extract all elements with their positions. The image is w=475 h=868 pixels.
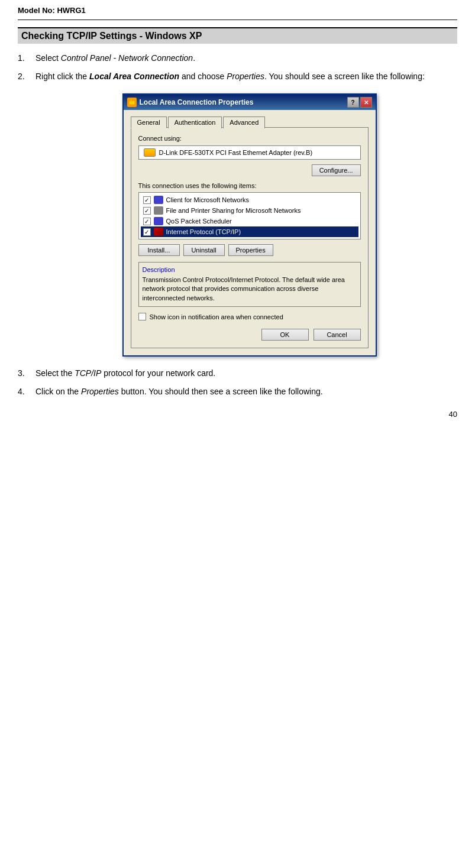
install-button[interactable]: Install... bbox=[138, 244, 180, 256]
description-label: Description bbox=[143, 266, 357, 273]
icon-tcpip bbox=[154, 228, 163, 236]
list-item-qos: QoS Packet Scheduler bbox=[141, 216, 358, 226]
configure-row: Configure... bbox=[138, 164, 361, 176]
step-2-number: 2. bbox=[18, 70, 35, 83]
description-text: Transmission Control Protocol/Internet P… bbox=[143, 276, 357, 303]
close-button[interactable]: ✕ bbox=[360, 97, 372, 108]
tab-advanced[interactable]: Advanced bbox=[223, 116, 265, 128]
dialog-title-icon bbox=[127, 98, 137, 107]
notification-label: Show icon in notification area when conn… bbox=[150, 313, 283, 320]
cancel-button[interactable]: Cancel bbox=[314, 329, 361, 341]
properties-button[interactable]: Properties bbox=[228, 244, 273, 256]
checkbox-file-sharing[interactable] bbox=[143, 207, 151, 215]
list-item-tcpip: Internet Protocol (TCP/IP) bbox=[141, 226, 358, 237]
notification-checkbox[interactable] bbox=[138, 313, 146, 320]
step-3: 3. Select the TCP/IP protocol for your n… bbox=[18, 367, 457, 380]
step-4-number: 4. bbox=[18, 386, 35, 398]
description-box: Description Transmission Control Protoco… bbox=[138, 262, 361, 307]
checkbox-qos[interactable] bbox=[143, 218, 151, 225]
item-label-tcpip: Internet Protocol (TCP/IP) bbox=[166, 228, 241, 235]
adapter-icon bbox=[144, 148, 156, 157]
list-item-client: Client for Microsoft Networks bbox=[141, 195, 358, 205]
install-row: Install... Uninstall Properties bbox=[138, 244, 361, 256]
notification-row: Show icon in notification area when conn… bbox=[138, 313, 361, 320]
dialog-screenshot: Local Area Connection Properties ? ✕ Gen… bbox=[41, 93, 457, 357]
step-4-text: Click on the Properties button. You shou… bbox=[35, 386, 457, 398]
configure-button[interactable]: Configure... bbox=[312, 164, 361, 176]
icon-client bbox=[154, 196, 163, 204]
page-number: 40 bbox=[18, 410, 457, 419]
adapter-box: D-Link DFE-530TX PCI Fast Ethernet Adapt… bbox=[138, 145, 361, 160]
step-2: 2. Right click the Local Area Connection… bbox=[18, 70, 457, 83]
dialog-content: General Authentication Advanced Connect … bbox=[124, 110, 376, 355]
local-area-connection-dialog: Local Area Connection Properties ? ✕ Gen… bbox=[122, 93, 377, 357]
checkbox-tcpip[interactable] bbox=[143, 228, 151, 236]
item-label-qos: QoS Packet Scheduler bbox=[166, 218, 232, 225]
item-label-file-sharing: File and Printer Sharing for Microsoft N… bbox=[166, 207, 301, 214]
help-button[interactable]: ? bbox=[347, 97, 359, 108]
icon-file-sharing bbox=[154, 206, 163, 215]
icon-qos bbox=[154, 217, 163, 225]
ok-cancel-row: OK Cancel bbox=[138, 326, 361, 341]
section-heading: Checking TCP/IP Settings - Windows XP bbox=[18, 27, 457, 44]
uninstall-button[interactable]: Uninstall bbox=[183, 244, 225, 256]
dialog-tabs: General Authentication Advanced bbox=[131, 116, 369, 128]
svg-rect-1 bbox=[130, 99, 132, 101]
titlebar-left: Local Area Connection Properties bbox=[127, 98, 254, 107]
tab-panel-general: Connect using: D-Link DFE-530TX PCI Fast… bbox=[131, 127, 369, 348]
checkbox-client[interactable] bbox=[143, 196, 151, 204]
step-1-number: 1. bbox=[18, 52, 35, 64]
titlebar-buttons: ? ✕ bbox=[347, 97, 372, 108]
list-item-file-sharing: File and Printer Sharing for Microsoft N… bbox=[141, 205, 358, 216]
tab-authentication[interactable]: Authentication bbox=[168, 116, 222, 128]
adapter-name: D-Link DFE-530TX PCI Fast Ethernet Adapt… bbox=[159, 149, 313, 156]
dialog-title: Local Area Connection Properties bbox=[140, 98, 254, 106]
step-3-text: Select the TCP/IP protocol for your netw… bbox=[35, 367, 457, 380]
step-3-number: 3. bbox=[18, 367, 35, 380]
tab-general[interactable]: General bbox=[131, 116, 167, 128]
dialog-titlebar: Local Area Connection Properties ? ✕ bbox=[124, 95, 376, 110]
step-1-text: Select Control Panel - Network Connectio… bbox=[35, 52, 457, 64]
step-2-text: Right click the Local Area Connection an… bbox=[35, 70, 457, 83]
items-list: Client for Microsoft Networks File and P… bbox=[138, 192, 361, 239]
ok-button[interactable]: OK bbox=[261, 329, 309, 341]
items-label: This connection uses the following items… bbox=[138, 182, 361, 189]
step-1: 1. Select Control Panel - Network Connec… bbox=[18, 52, 457, 64]
connect-using-label: Connect using: bbox=[138, 135, 361, 142]
item-label-client: Client for Microsoft Networks bbox=[166, 196, 250, 203]
step-4: 4. Click on the Properties button. You s… bbox=[18, 386, 457, 398]
model-number: Model No: HWRG1 bbox=[18, 6, 457, 15]
